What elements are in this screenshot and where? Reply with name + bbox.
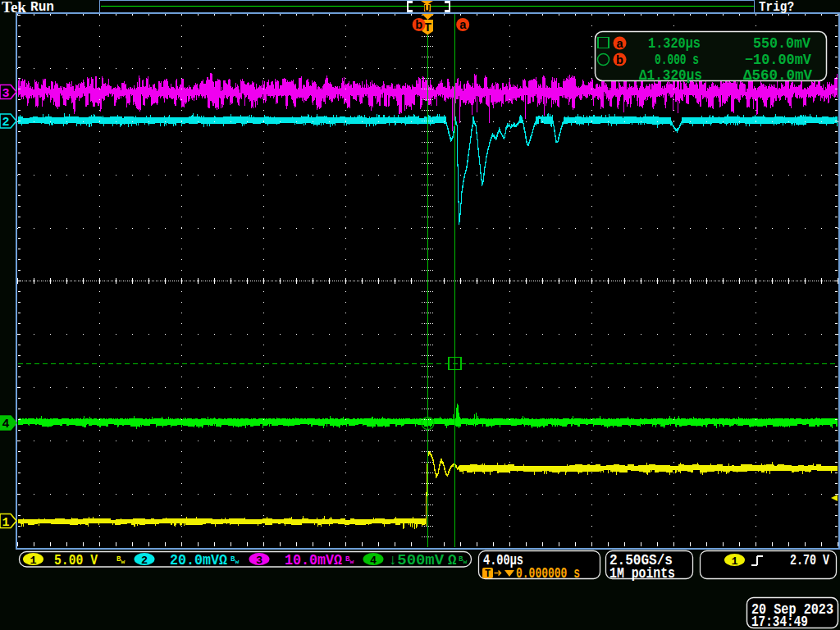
svg-text:10.0mVΩ: 10.0mVΩ [285,552,342,568]
svg-text:Run: Run [30,0,54,15]
svg-text:2: 2 [141,555,148,567]
svg-text:w: w [235,558,240,565]
svg-text:T: T [424,21,431,34]
svg-text:1: 1 [30,555,36,567]
svg-text:Tek: Tek [2,0,26,16]
svg-text:4: 4 [2,418,9,431]
svg-text:3: 3 [2,87,9,101]
svg-text:b: b [616,53,623,66]
svg-text:Trig?: Trig? [759,0,794,15]
svg-text:0.000 s: 0.000 s [655,52,699,68]
svg-text:0.000000 s: 0.000000 s [516,565,580,582]
svg-text:Ω: Ω [448,552,457,568]
svg-text:w: w [350,558,354,565]
svg-text:20.0mVΩ: 20.0mVΩ [170,552,227,568]
svg-text:w: w [463,558,468,565]
svg-text:Δ560.0mV: Δ560.0mV [743,67,812,84]
svg-text:5.00 V: 5.00 V [54,552,98,568]
svg-text:b: b [415,18,422,31]
svg-text:3: 3 [256,555,262,567]
svg-text:a: a [459,18,467,31]
svg-text:550.0mV: 550.0mV [753,35,810,52]
svg-text:1M points: 1M points [609,565,675,582]
svg-text:4: 4 [370,555,377,567]
svg-text:2.70 V: 2.70 V [790,552,829,568]
svg-text:2: 2 [2,116,9,130]
svg-text:w: w [121,558,126,565]
svg-text:1: 1 [2,516,9,530]
svg-text:1: 1 [731,555,737,568]
svg-text:a: a [616,37,623,50]
svg-text:1.320µs: 1.320µs [648,35,701,52]
svg-text:−10.00mV: −10.00mV [745,52,811,68]
svg-text:17:34:49: 17:34:49 [751,614,808,630]
svg-text:↓500mV: ↓500mV [388,552,445,568]
svg-text:Δ1.320µs: Δ1.320µs [639,67,702,84]
svg-text:T: T [485,568,491,580]
